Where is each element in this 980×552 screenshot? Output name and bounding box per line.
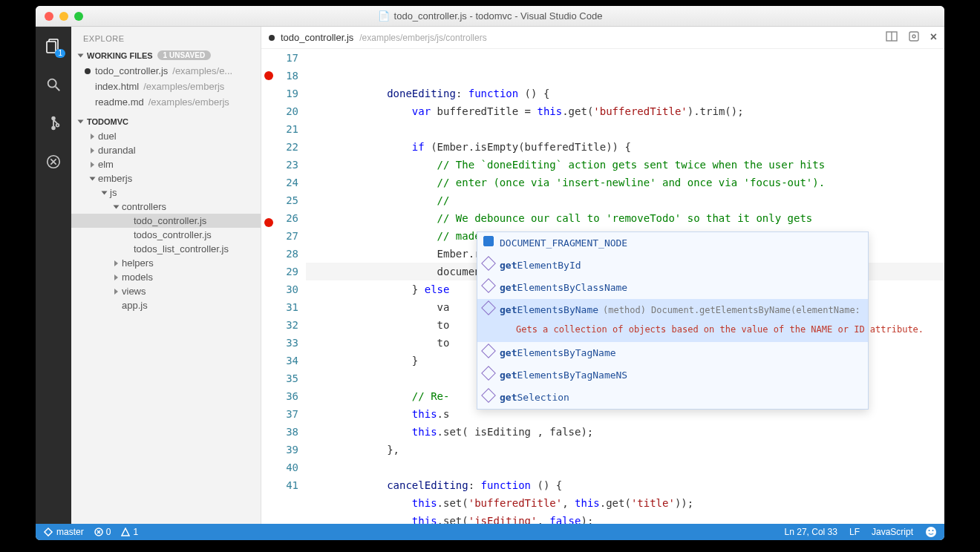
more-actions-icon[interactable] (908, 30, 920, 45)
breakpoint-icon[interactable] (264, 71, 273, 80)
project-label: TODOMVC (87, 117, 128, 126)
errors-status[interactable]: 0 (94, 527, 111, 537)
suggestion-item[interactable]: getElementsByClassName (477, 277, 868, 299)
breakpoint-icon[interactable] (264, 218, 273, 227)
line-number: 22 (276, 138, 298, 156)
tree-folder-item[interactable]: elm (71, 157, 261, 171)
code-line[interactable] (306, 120, 944, 138)
line-number: 38 (276, 423, 298, 441)
code-line[interactable]: this.set('bufferedTitle', this.get('titl… (306, 494, 944, 512)
project-header[interactable]: TODOMVC (71, 114, 261, 129)
code-line[interactable]: var bufferedTitle = this.get('bufferedTi… (306, 102, 944, 120)
tree-file-item[interactable]: todo_controller.js (71, 214, 261, 228)
suggestion-item[interactable]: getElementsByTagNameNS (477, 364, 868, 387)
language-status[interactable]: JavaScript (872, 527, 913, 537)
tree-folder-item[interactable]: durandal (71, 143, 261, 157)
working-files-label: WORKING FILES (87, 51, 153, 60)
git-branch-status[interactable]: master (43, 527, 84, 537)
code-content[interactable]: doneEditing: function () { var bufferedT… (306, 49, 944, 524)
dirty-indicator-icon (269, 35, 275, 41)
intellisense-popup[interactable]: DOCUMENT_FRAGMENT_NODEgetElementByIdgetE… (477, 231, 869, 410)
working-file-item[interactable]: todo_controller.js /examples/e... (71, 63, 261, 79)
tree-folder-item[interactable]: views (71, 284, 261, 298)
split-editor-icon[interactable] (886, 30, 898, 45)
code-line[interactable]: if (Ember.isEmpty(bufferedTitle)) { (306, 138, 944, 156)
line-number: 34 (276, 352, 298, 369)
tree-folder-item[interactable]: js (71, 185, 261, 200)
tree-folder-item[interactable]: helpers (71, 256, 261, 270)
chevron-icon (114, 275, 118, 280)
window-title: 📄todo_controller.js - todomvc - Visual S… (36, 10, 944, 22)
tree-folder-item[interactable]: controllers (71, 200, 261, 214)
svg-line-3 (56, 87, 60, 91)
suggestion-item[interactable]: getSelection (477, 387, 868, 409)
tree-item-label: emberjs (98, 173, 132, 184)
code-line[interactable]: this.set( isEditing , false); (306, 423, 944, 441)
tree-item-label: todos_controller.js (134, 229, 212, 240)
code-line[interactable]: this.set('isEditing', false); (306, 512, 944, 524)
tab-filename[interactable]: todo_controller.js (281, 32, 353, 43)
code-line[interactable]: doneEditing: function () { (306, 85, 944, 102)
working-files-header[interactable]: WORKING FILES 1 UNSAVED (71, 47, 261, 63)
code-line[interactable]: }, (306, 441, 944, 459)
line-number-gutter: 1718192021222324252627282930313233343536… (276, 49, 306, 524)
suggestion-item[interactable]: getElementsByName(method) Document.getEl… (477, 299, 868, 342)
code-line[interactable]: // (306, 191, 944, 209)
suggestion-detail: (method) Document.getElementsByName(elem… (603, 305, 860, 315)
git-icon[interactable] (43, 113, 64, 134)
file-name: index.html (95, 81, 139, 92)
breakpoint-gutter[interactable] (261, 49, 276, 524)
suggestion-label: getElementById (500, 260, 581, 271)
debug-icon[interactable] (43, 151, 64, 172)
tree-item-label: models (122, 272, 153, 283)
tree-item-label: js (110, 187, 117, 198)
tree-item-label: controllers (122, 201, 166, 212)
suggestion-item[interactable]: getElementById (477, 254, 868, 277)
tree-folder-item[interactable]: duel (71, 129, 261, 143)
warnings-status[interactable]: 1 (121, 527, 138, 537)
search-icon[interactable] (43, 74, 64, 95)
svg-point-2 (48, 79, 56, 88)
code-line[interactable] (306, 459, 944, 476)
tree-folder-item[interactable]: models (71, 270, 261, 284)
file-name: readme.md (95, 96, 144, 108)
tree-file-item[interactable]: todos_list_controller.js (71, 242, 261, 256)
code-line[interactable]: // The `doneEditing` action gets sent tw… (306, 156, 944, 174)
method-icon (481, 300, 496, 315)
tree-item-label: todo_controller.js (134, 215, 206, 226)
explorer-badge: 1 (55, 49, 65, 58)
svg-point-11 (929, 530, 930, 531)
code-line[interactable]: // enter (once via 'insert-newline' and … (306, 174, 944, 191)
line-number: 20 (276, 102, 298, 120)
working-file-item[interactable]: index.html /examples/emberjs (71, 79, 261, 94)
tree-file-item[interactable]: app.js (71, 298, 261, 312)
file-tree: dueldurandalelmemberjsjscontrollerstodo_… (71, 129, 261, 312)
chevron-down-icon (78, 120, 84, 124)
suggestion-item[interactable]: DOCUMENT_FRAGMENT_NODE (477, 232, 868, 254)
svg-rect-7 (909, 32, 918, 41)
code-line[interactable]: // We debounce our call to 'removeTodo' … (306, 209, 944, 227)
suggestion-doc: Gets a collection of objects based on th… (500, 319, 924, 340)
svg-point-8 (912, 35, 915, 38)
suggestion-label: getElementsByTagNameNS (500, 369, 627, 381)
code-area[interactable]: 1718192021222324252627282930313233343536… (261, 49, 944, 524)
explorer-icon[interactable]: 1 (43, 36, 64, 56)
method-icon (481, 256, 496, 271)
suggestion-item[interactable]: getElementsByTagName (477, 342, 868, 364)
chevron-down-icon (78, 53, 84, 57)
tree-file-item[interactable]: todos_controller.js (71, 228, 261, 242)
chevron-icon (114, 205, 120, 208)
line-number: 31 (276, 298, 298, 316)
file-path: /examples/e... (172, 65, 232, 76)
method-icon (481, 366, 496, 381)
close-tab-icon[interactable]: × (930, 30, 937, 45)
code-line[interactable]: cancelEditing: function () { (306, 476, 944, 494)
tree-item-label: durandal (98, 145, 136, 156)
chevron-icon (91, 134, 94, 139)
working-file-item[interactable]: readme.md /examples/emberjs (71, 94, 261, 110)
tree-folder-item[interactable]: emberjs (71, 171, 261, 185)
line-number: 28 (276, 245, 298, 263)
feedback-icon[interactable] (925, 526, 937, 538)
cursor-position-status[interactable]: Ln 27, Col 33 (785, 527, 837, 537)
eol-status[interactable]: LF (849, 527, 860, 537)
